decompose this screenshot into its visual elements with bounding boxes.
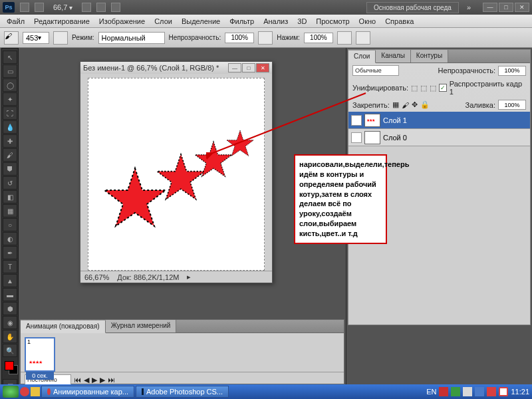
start-button[interactable] [3,386,19,398]
visibility-toggle[interactable]: 👁 [351,115,362,126]
play-button[interactable]: ▶ [92,376,97,384]
blend-mode-select[interactable]: Обычные [352,65,399,76]
eraser-tool[interactable]: ◧ [3,190,17,203]
doc-close-button[interactable]: ✕ [256,63,269,72]
doc-maximize-button[interactable]: □ [242,63,255,72]
heal-tool[interactable]: ✚ [3,134,17,148]
close-button[interactable]: ✕ [515,3,529,12]
flow-input[interactable] [304,33,333,43]
last-frame-button[interactable]: ⏭ [108,376,115,384]
doc-info[interactable]: Док: 886,2K/1,12M [117,273,179,281]
minimize-button[interactable]: — [483,3,497,12]
lock-transparent-icon[interactable]: ▦ [392,100,399,109]
tab-channels[interactable]: Каналы [376,50,411,63]
type-tool[interactable]: T [3,260,17,273]
menu-filter[interactable]: Фильтр [225,16,258,27]
layer-name[interactable]: Слой 0 [383,134,407,142]
stamp-tool[interactable]: ⛊ [3,162,17,176]
tab-measurements[interactable]: Журнал измерений [106,320,177,332]
menu-image[interactable]: Изображение [95,16,149,27]
wand-tool[interactable]: ✦ [3,92,17,106]
tray-icon[interactable] [463,387,472,396]
lock-all-icon[interactable]: 🔒 [420,100,430,109]
visibility-toggle[interactable] [351,132,362,143]
unify-visibility-icon[interactable]: ⬚ [420,84,427,92]
airbrush-button[interactable] [337,31,352,45]
doc-zoom-field[interactable]: 66,67% [84,273,109,281]
menu-edit[interactable]: Редактирование [30,16,94,27]
zoom-tool[interactable]: 🔍 [3,344,17,357]
view-extras-button[interactable] [82,3,91,12]
color-picker[interactable] [2,360,18,378]
document-titlebar[interactable]: Без имени-1 @ 66,7% (Слой 1, RGB/8) * — … [80,62,272,74]
menu-select[interactable]: Выделение [178,16,224,27]
menu-view[interactable]: Просмотр [312,16,353,27]
hand-tool[interactable]: ✋ [3,330,17,343]
3d-tool[interactable]: ⬢ [3,302,17,315]
layer-row[interactable]: 👁 Слой 1 [348,112,530,129]
canvas[interactable] [88,78,265,271]
opacity-input[interactable] [225,33,254,43]
doc-minimize-button[interactable]: — [228,63,241,72]
screen-mode-button[interactable] [111,3,120,12]
crop-tool[interactable]: ⛶ [3,106,17,120]
unify-position-icon[interactable]: ⬚ [411,84,418,92]
lasso-tool[interactable]: ◯ [3,78,17,92]
menu-help[interactable]: Справка [381,16,418,27]
tool-preset-picker[interactable]: 🖌 [4,31,19,45]
language-indicator[interactable]: EN [426,388,436,396]
blend-mode-select[interactable]: Нормальный [98,32,165,44]
opacity-pressure-button[interactable] [258,31,273,45]
bridge-button[interactable] [20,3,29,12]
first-frame-button[interactable]: ⏮ [74,376,81,384]
history-brush-tool[interactable]: ↺ [3,176,17,190]
layer-row[interactable]: Слой 0 [348,129,530,146]
fill-input[interactable] [498,100,526,110]
workspace-selector[interactable]: Основная рабочая среда [366,2,459,13]
tab-paths[interactable]: Контуры [411,50,448,63]
brush-picker[interactable]: 453 ▾ [23,32,49,44]
chevron-right-icon[interactable]: ▸ [187,273,191,281]
gradient-tool[interactable]: ▦ [3,204,17,217]
tray-icon[interactable] [499,387,508,396]
3d-camera-tool[interactable]: ◉ [3,316,17,329]
clock[interactable]: 11:21 [511,388,529,396]
marquee-tool[interactable]: ▭ [3,65,17,78]
zoom-display[interactable]: 66,7 ▾ [49,3,76,11]
menu-file[interactable]: Файл [3,16,29,27]
prev-frame-button[interactable]: ◀ [84,376,89,384]
lock-pixels-icon[interactable]: 🖌 [402,101,409,109]
brush-panel-toggle[interactable] [53,31,68,45]
tray-icon[interactable] [475,387,484,396]
flow-pressure-button[interactable] [356,31,370,45]
tray-icon[interactable] [487,387,496,396]
move-tool[interactable]: ↖ [3,51,17,64]
animation-frame[interactable]: 1 0 сек. [25,337,55,372]
menu-3d[interactable]: 3D [293,16,311,27]
tab-layers[interactable]: Слои [348,51,376,63]
tray-icon[interactable] [451,387,460,396]
brush-tool[interactable]: 🖌 [3,148,17,162]
propagate-checkbox[interactable]: ✓ [439,84,447,92]
eyedropper-tool[interactable]: 💧 [3,120,17,134]
task-button[interactable]: Анимированные кар... [41,386,134,398]
path-select-tool[interactable]: ▲ [3,274,17,287]
task-button[interactable]: Adobe Photoshop CS... [136,386,229,398]
tab-animation[interactable]: Анимация (покадровая) [21,321,106,333]
menu-window[interactable]: Окно [355,16,380,27]
layer-opacity-input[interactable] [498,66,526,76]
layer-thumbnail[interactable] [364,114,380,127]
expand-icon[interactable]: » [464,3,473,11]
fg-color-swatch[interactable] [5,361,14,370]
next-frame-button[interactable]: ▶ [100,376,105,384]
menu-layers[interactable]: Слои [150,16,176,27]
layer-thumbnail[interactable] [364,131,380,144]
unify-style-icon[interactable]: ⬚ [430,84,436,92]
history-button[interactable] [35,3,44,12]
shape-tool[interactable]: ▬ [3,288,17,301]
tray-icon[interactable] [439,387,448,396]
pen-tool[interactable]: ✒ [3,246,17,259]
layer-name[interactable]: Слой 1 [383,116,407,124]
dodge-tool[interactable]: ◐ [3,232,17,245]
opera-icon[interactable] [20,387,29,396]
